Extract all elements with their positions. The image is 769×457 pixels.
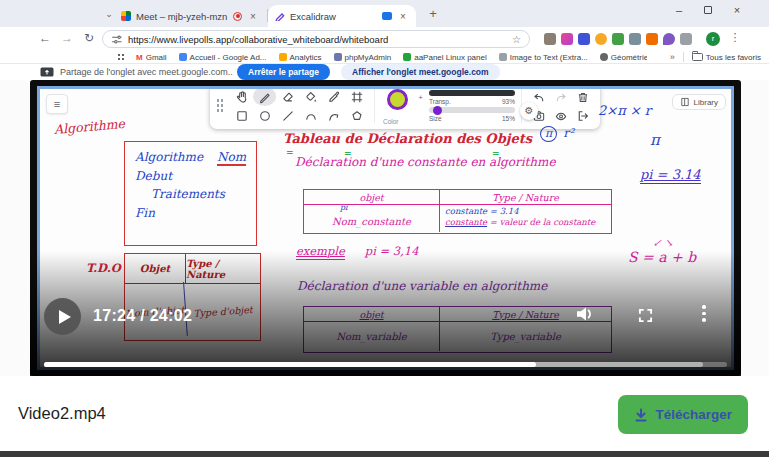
fullscreen-icon[interactable] [637, 308, 654, 323]
tool-grid [230, 87, 368, 125]
stop-sharing-button[interactable]: Arrêter le partage [237, 64, 330, 80]
bookmark-star-icon[interactable]: ☆ [512, 34, 521, 45]
extension-icon-7[interactable] [646, 33, 658, 45]
bookmark-aapanel[interactable]: aaPanel Linux panel [403, 53, 487, 62]
reload-icon[interactable]: ↻ [80, 30, 98, 48]
note-sum-arrows: ↙ ↘ [653, 237, 673, 248]
rectangle-tool-icon [230, 106, 253, 125]
extension-icon-8[interactable] [663, 33, 675, 45]
progress-bar[interactable] [44, 362, 727, 367]
screen-share-icon [40, 67, 54, 78]
move-cross-icon: + [418, 93, 423, 102]
bookmark-gmail[interactable]: MGmail [136, 53, 167, 62]
played-bar [44, 362, 536, 367]
whiteboard-menu-button: ≡ [46, 94, 68, 114]
size-slider[interactable] [429, 107, 515, 113]
extension-icon-2[interactable] [561, 33, 573, 45]
curved-arrow-tool-icon [322, 106, 345, 125]
transparency-label: Transp. [429, 98, 451, 105]
extension-icon-1[interactable] [544, 33, 556, 45]
divider [374, 89, 375, 123]
download-icon [634, 408, 648, 422]
close-window-button[interactable]: × [729, 3, 745, 17]
eraser-tool-icon [276, 87, 299, 106]
drag-handle-icon [216, 98, 224, 114]
export-icon [572, 106, 594, 125]
phpmyadmin-icon [334, 53, 342, 61]
new-tab-button[interactable]: + [424, 5, 442, 23]
maximize-button[interactable] [700, 3, 716, 17]
bookmark-google-ads[interactable]: Accueil - Google Ad... [179, 53, 267, 62]
all-bookmarks-folder[interactable]: Tous les favoris [692, 53, 761, 62]
note-tdo-label: T.D.O [86, 261, 121, 275]
tab-meet[interactable]: Meet – mjb-yzeh-mzn × [114, 5, 266, 27]
bookmarks-bar: MGmail Accueil - Google Ad... Analytics … [0, 51, 769, 64]
size-label: Size [429, 115, 442, 122]
play-button[interactable] [44, 298, 81, 335]
note-variable-heading: Déclaration d'une variable en algorithme [297, 279, 547, 293]
address-bar[interactable]: https://www.livepolls.app/collaborative_… [102, 30, 530, 48]
transparency-slider[interactable] [429, 90, 515, 96]
note-sum-formula: S = a + b [628, 249, 696, 265]
window-controls: – × [671, 3, 745, 17]
tab-excalidraw[interactable]: Excalidraw × [268, 5, 416, 27]
gmail-icon: M [136, 53, 143, 62]
ellipse-tool-icon [253, 106, 276, 125]
extension-icon-6[interactable] [629, 33, 641, 45]
bookmarks-right: » Tous les favoris [670, 51, 761, 63]
polygon-tool-icon [345, 106, 368, 125]
bookmark-analytics[interactable]: Analytics [279, 53, 322, 62]
video-player[interactable]: ≡ [30, 80, 741, 376]
settings-gear-icon: ⚙ [520, 102, 538, 120]
download-bar: Video2.mp4 Télécharger [0, 376, 769, 451]
close-tab-icon[interactable]: × [247, 11, 259, 22]
extension-icon-3[interactable] [578, 33, 590, 45]
bottom-strip [0, 451, 769, 457]
back-icon[interactable]: ← [36, 30, 54, 48]
extensions-puzzle-icon[interactable] [680, 33, 692, 45]
play-icon [59, 310, 71, 324]
book-icon [680, 97, 690, 107]
download-button[interactable]: Télécharger [618, 395, 748, 434]
note-example: exemplepi = 3,14 [296, 244, 418, 258]
video-filename: Video2.mp4 [18, 404, 106, 423]
apps-grid-icon[interactable] [117, 53, 126, 62]
browser-menu-icon[interactable]: ⋮ [728, 31, 742, 44]
forward-icon[interactable]: → [58, 30, 76, 48]
time-display: 17:24 / 24:02 [93, 307, 192, 325]
extension-icon-5[interactable] [612, 33, 624, 45]
volume-icon[interactable] [575, 305, 597, 323]
color-section: Color + [381, 87, 423, 125]
color-label: Color [383, 118, 399, 125]
tune-icon [111, 34, 122, 45]
color-swatch[interactable] [387, 89, 408, 110]
video-section: ≡ [0, 80, 769, 376]
green-mark: = [286, 147, 294, 157]
recording-indicator-icon [233, 12, 242, 21]
note-area-formula: πr² [540, 122, 574, 142]
minimize-button[interactable]: – [671, 3, 687, 17]
size-value: 15% [502, 115, 515, 122]
more-options-icon[interactable] [702, 305, 706, 322]
hand-tool-icon [230, 87, 253, 106]
divider [683, 52, 684, 62]
show-shared-tab-button[interactable]: Afficher l'onglet meet.google.com [341, 64, 500, 80]
extension-icon-4[interactable] [595, 33, 607, 45]
tab-title: Meet – mjb-yzeh-mzn [136, 11, 228, 22]
action-grid [528, 87, 594, 125]
profile-avatar[interactable]: r [706, 32, 720, 46]
bookmark-geogebra[interactable]: Géométrie - GeoGe... [600, 53, 647, 62]
note-pi-value: pi = 3.14 [640, 167, 701, 184]
note-variable-table: objet Type / Nature Nom_variable Type_va… [303, 306, 612, 353]
pencil-tool-icon [253, 87, 276, 106]
note-pi-sup: pi [340, 203, 348, 212]
bookmark-image-to-text[interactable]: Image to Text (Extra... [499, 53, 588, 62]
browser-toolbar: ← → ↻ https://www.livepolls.app/collabor… [0, 27, 769, 51]
tab-sharing-bar: Partage de l'onglet avec meet.google.com… [0, 64, 769, 80]
close-tab-icon[interactable]: × [397, 11, 409, 22]
bookmark-phpmyadmin[interactable]: phpMyAdmin [334, 53, 392, 62]
arc-tool-icon [299, 106, 322, 125]
sharing-message: Partage de l'onglet avec meet.google.com… [40, 65, 233, 79]
slider-knob[interactable] [433, 106, 442, 115]
bookmarks-overflow-icon[interactable]: » [670, 52, 675, 62]
